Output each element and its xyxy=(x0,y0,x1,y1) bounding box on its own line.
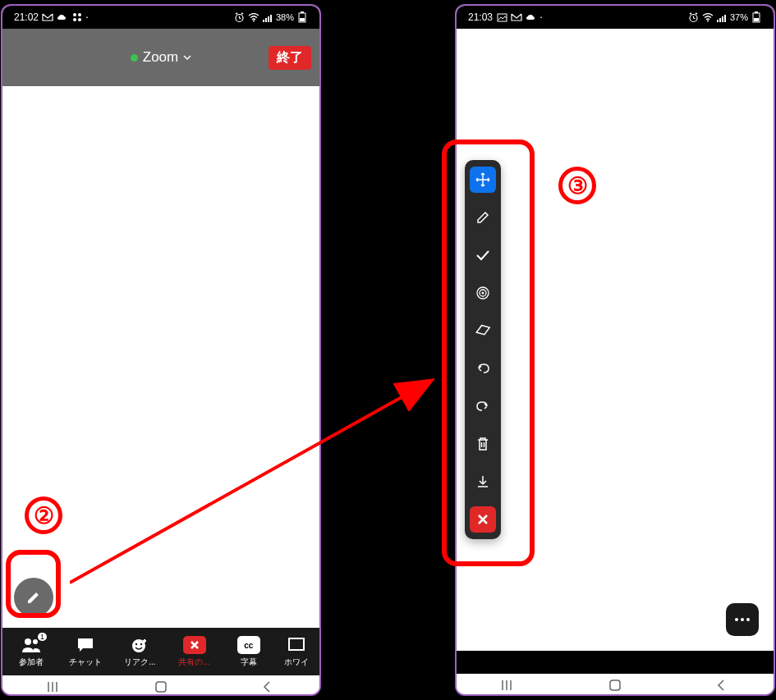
recents-button[interactable] xyxy=(22,681,88,693)
signal-icon xyxy=(716,11,728,23)
zoom-title[interactable]: Zoom xyxy=(131,49,191,66)
chat-button[interactable]: チャット xyxy=(63,635,108,668)
svg-rect-29 xyxy=(754,18,759,21)
share-stop-button[interactable]: 共有の... xyxy=(172,635,217,668)
svg-rect-18 xyxy=(289,638,304,650)
zoom-header: Zoom 終了 xyxy=(2,29,319,86)
android-nav-bar xyxy=(457,674,774,696)
recents-button[interactable] xyxy=(476,679,542,691)
ellipsis-icon xyxy=(734,617,751,622)
svg-point-13 xyxy=(25,638,31,645)
battery-icon xyxy=(296,11,308,23)
svg-rect-8 xyxy=(268,16,269,22)
svg-point-35 xyxy=(746,618,750,621)
dot-icon: • xyxy=(540,15,542,20)
gmail-icon xyxy=(42,11,53,23)
app-title-text: Zoom xyxy=(143,49,178,66)
svg-rect-36 xyxy=(610,680,620,690)
svg-point-34 xyxy=(741,618,744,621)
svg-rect-7 xyxy=(265,18,267,22)
svg-rect-20 xyxy=(498,14,507,21)
chat-label: チャット xyxy=(69,657,102,668)
status-bar: 21:02 • 38% xyxy=(2,6,319,29)
status-time: 21:02 xyxy=(14,11,39,23)
highlight-box-3 xyxy=(442,140,535,566)
step-marker-3: ③ xyxy=(558,167,596,204)
status-bar: 21:03 • 37% xyxy=(457,6,774,29)
alarm-icon xyxy=(234,11,246,23)
whiteboard-button[interactable]: ホワイ xyxy=(280,635,313,668)
svg-point-1 xyxy=(78,13,81,16)
svg-point-2 xyxy=(73,18,76,21)
svg-point-0 xyxy=(73,13,76,16)
svg-point-17 xyxy=(140,643,142,645)
picture-icon xyxy=(496,11,507,23)
svg-rect-28 xyxy=(755,11,758,13)
stop-share-icon xyxy=(183,636,206,654)
svg-rect-11 xyxy=(301,11,304,13)
home-button[interactable] xyxy=(128,679,194,694)
svg-point-5 xyxy=(253,20,255,21)
dot-icon: • xyxy=(86,15,88,20)
svg-rect-6 xyxy=(263,20,264,22)
status-time: 21:03 xyxy=(468,11,493,23)
reactions-label: リアク... xyxy=(124,657,155,668)
reactions-button[interactable]: リアク... xyxy=(117,635,163,668)
battery-icon xyxy=(751,11,762,23)
svg-point-33 xyxy=(735,618,738,621)
svg-rect-12 xyxy=(300,18,305,21)
battery-text: 38% xyxy=(276,12,294,22)
svg-point-3 xyxy=(78,18,81,21)
captions-label: 字幕 xyxy=(241,657,257,668)
wifi-icon xyxy=(702,11,714,23)
android-nav-bar xyxy=(2,675,319,696)
more-options-button[interactable] xyxy=(726,603,759,636)
signal-icon xyxy=(262,11,273,23)
highlight-box-2 xyxy=(6,550,61,618)
participants-label: 参加者 xyxy=(19,657,44,668)
svg-rect-23 xyxy=(717,20,719,22)
back-button[interactable] xyxy=(234,680,300,693)
svg-rect-19 xyxy=(156,682,166,692)
captions-button[interactable]: cc 字幕 xyxy=(226,635,271,668)
home-button[interactable] xyxy=(582,678,648,693)
meeting-toolbar: 1 参加者 チャット リアク... 共有の... xyxy=(2,628,319,675)
alarm-icon xyxy=(688,11,700,23)
chat-icon xyxy=(76,635,94,655)
battery-text: 37% xyxy=(730,12,748,22)
svg-point-22 xyxy=(707,20,709,21)
whiteboard-icon xyxy=(287,635,305,655)
svg-rect-26 xyxy=(724,15,726,22)
wifi-icon xyxy=(248,11,259,23)
step-marker-2: ② xyxy=(25,496,62,534)
whiteboard-label: ホワイ xyxy=(284,657,309,668)
app-icon xyxy=(71,11,83,23)
end-meeting-button[interactable]: 終了 xyxy=(269,46,311,70)
participant-count-badge: 1 xyxy=(38,633,47,641)
whiteboard-canvas[interactable] xyxy=(2,86,319,628)
svg-rect-25 xyxy=(722,16,723,22)
security-indicator-icon xyxy=(131,54,138,62)
svg-point-16 xyxy=(135,643,137,645)
svg-rect-9 xyxy=(270,15,272,22)
participants-button[interactable]: 1 参加者 xyxy=(9,635,54,668)
participants-icon: 1 xyxy=(21,635,41,655)
cloud-icon xyxy=(57,11,68,23)
reactions-icon xyxy=(131,635,149,655)
gmail-icon xyxy=(511,11,522,23)
svg-rect-24 xyxy=(719,18,721,22)
svg-point-14 xyxy=(33,639,38,644)
cloud-icon xyxy=(526,11,537,23)
cc-icon: cc xyxy=(237,636,260,654)
back-button[interactable] xyxy=(688,679,754,692)
share-label: 共有の... xyxy=(178,657,209,668)
chevron-down-icon xyxy=(183,53,191,62)
